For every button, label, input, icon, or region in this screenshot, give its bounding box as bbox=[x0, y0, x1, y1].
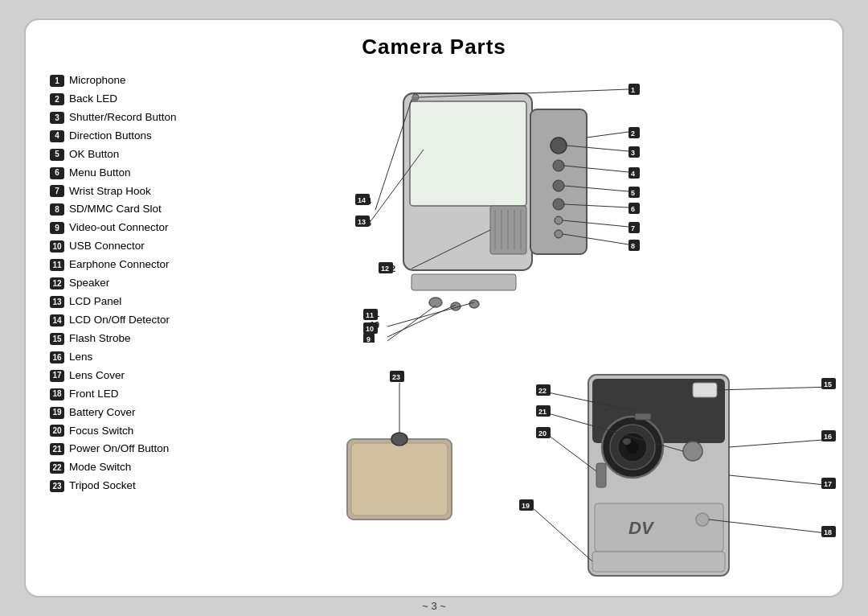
content-area: 1Microphone2Back LED3Shutter/Record Butt… bbox=[50, 69, 818, 595]
svg-text:11: 11 bbox=[366, 311, 374, 319]
top-diagram: 1 2 3 4 5 6 bbox=[299, 69, 862, 359]
svg-text:17: 17 bbox=[824, 480, 832, 488]
part-badge-19: 19 bbox=[50, 407, 64, 419]
page-title: Camera Parts bbox=[362, 35, 506, 60]
part-label-4: Direction Buttons bbox=[69, 128, 152, 145]
part-item-12: 12Speaker bbox=[50, 275, 299, 292]
part-item-9: 9Video-out Connector bbox=[50, 220, 299, 236]
svg-line-45 bbox=[387, 305, 456, 337]
part-item-6: 6Menu Button bbox=[50, 165, 299, 182]
part-label-9: Video-out Connector bbox=[69, 220, 169, 236]
svg-rect-85 bbox=[693, 383, 717, 397]
part-badge-10: 10 bbox=[50, 240, 64, 253]
svg-text:10: 10 bbox=[366, 325, 374, 333]
svg-point-18 bbox=[469, 300, 479, 308]
svg-text:15: 15 bbox=[824, 380, 832, 388]
part-item-23: 23Tripod Socket bbox=[50, 478, 299, 495]
part-item-17: 17Lens Cover bbox=[50, 368, 299, 384]
part-label-2: Back LED bbox=[69, 91, 117, 108]
part-label-13: LCD Panel bbox=[69, 294, 121, 310]
part-label-14: LCD On/Off Detector bbox=[69, 312, 170, 329]
part-item-11: 11Earphone Connector bbox=[50, 257, 299, 273]
svg-rect-1 bbox=[410, 101, 526, 206]
part-item-16: 16Lens bbox=[50, 349, 299, 366]
svg-text:4: 4 bbox=[631, 170, 635, 178]
svg-text:21: 21 bbox=[538, 408, 547, 416]
part-badge-13: 13 bbox=[50, 296, 64, 308]
svg-point-79 bbox=[391, 433, 407, 446]
part-badge-23: 23 bbox=[50, 480, 64, 492]
svg-point-91 bbox=[683, 441, 702, 461]
part-label-3: Shutter/Record Button bbox=[69, 109, 177, 126]
svg-text:13: 13 bbox=[358, 218, 366, 226]
part-item-19: 19Battery Cover bbox=[50, 405, 299, 421]
part-badge-4: 4 bbox=[50, 130, 64, 142]
part-label-7: Wrist Strap Hook bbox=[69, 183, 151, 200]
part-label-16: Lens bbox=[69, 349, 92, 366]
svg-rect-92 bbox=[635, 413, 651, 420]
svg-line-23 bbox=[587, 132, 628, 138]
part-item-1: 1Microphone bbox=[50, 72, 299, 89]
part-label-23: Tripod Socket bbox=[69, 478, 136, 495]
part-badge-5: 5 bbox=[50, 149, 64, 161]
svg-text:2: 2 bbox=[631, 129, 635, 138]
svg-rect-93 bbox=[596, 463, 606, 487]
top-camera-svg: 1 2 3 4 5 6 bbox=[299, 69, 645, 343]
svg-text:16: 16 bbox=[824, 433, 832, 441]
svg-point-4 bbox=[553, 160, 564, 171]
part-item-20: 20Focus Switch bbox=[50, 423, 299, 440]
part-badge-16: 16 bbox=[50, 351, 64, 363]
svg-text:14: 14 bbox=[358, 196, 366, 204]
part-badge-20: 20 bbox=[50, 425, 64, 437]
part-item-13: 13LCD Panel bbox=[50, 294, 299, 310]
part-item-15: 15Flash Strobe bbox=[50, 331, 299, 347]
parts-list: 1Microphone2Back LED3Shutter/Record Butt… bbox=[50, 69, 299, 595]
svg-text:20: 20 bbox=[538, 429, 547, 437]
part-label-6: Menu Button bbox=[69, 165, 131, 182]
svg-text:18: 18 bbox=[824, 528, 832, 536]
svg-text:7: 7 bbox=[631, 224, 635, 232]
part-label-12: Speaker bbox=[69, 275, 109, 292]
part-item-8: 8SD/MMC Card Slot bbox=[50, 201, 299, 218]
page: Camera Parts 1Microphone2Back LED3Shutte… bbox=[24, 18, 844, 598]
part-badge-7: 7 bbox=[50, 185, 64, 197]
page-number: ~ 3 ~ bbox=[422, 600, 446, 612]
svg-point-5 bbox=[553, 180, 564, 191]
part-label-18: Front LED bbox=[69, 386, 119, 403]
svg-point-96 bbox=[696, 513, 709, 526]
svg-line-104 bbox=[729, 475, 833, 486]
part-badge-17: 17 bbox=[50, 370, 64, 382]
part-badge-9: 9 bbox=[50, 222, 64, 234]
svg-text:DV: DV bbox=[628, 518, 655, 538]
svg-point-6 bbox=[553, 199, 564, 210]
part-item-5: 5OK Button bbox=[50, 146, 299, 163]
part-item-22: 22Mode Switch bbox=[50, 459, 299, 476]
svg-text:8: 8 bbox=[631, 242, 635, 250]
part-item-3: 3Shutter/Record Button bbox=[50, 109, 299, 126]
svg-text:6: 6 bbox=[631, 205, 635, 213]
part-label-21: Power On/Off Button bbox=[69, 441, 169, 458]
part-badge-12: 12 bbox=[50, 277, 64, 290]
svg-text:22: 22 bbox=[538, 387, 547, 395]
svg-rect-15 bbox=[411, 274, 516, 290]
part-item-18: 18Front LED bbox=[50, 386, 299, 403]
part-badge-22: 22 bbox=[50, 462, 64, 474]
part-item-4: 4Direction Buttons bbox=[50, 128, 299, 145]
part-badge-15: 15 bbox=[50, 333, 64, 345]
svg-text:9: 9 bbox=[366, 335, 371, 343]
svg-point-7 bbox=[555, 216, 563, 224]
svg-rect-97 bbox=[592, 552, 725, 572]
svg-text:1: 1 bbox=[631, 86, 635, 94]
part-label-22: Mode Switch bbox=[69, 459, 131, 476]
part-label-1: Microphone bbox=[69, 72, 126, 89]
part-badge-3: 3 bbox=[50, 112, 64, 124]
part-label-17: Lens Cover bbox=[69, 368, 125, 384]
part-badge-11: 11 bbox=[50, 259, 64, 271]
part-label-15: Flash Strobe bbox=[69, 331, 131, 347]
svg-line-101 bbox=[729, 439, 833, 447]
svg-rect-78 bbox=[351, 443, 448, 515]
part-item-7: 7Wrist Strap Hook bbox=[50, 183, 299, 200]
svg-line-98 bbox=[717, 387, 833, 390]
svg-text:5: 5 bbox=[631, 189, 635, 197]
part-label-8: SD/MMC Card Slot bbox=[69, 201, 162, 218]
